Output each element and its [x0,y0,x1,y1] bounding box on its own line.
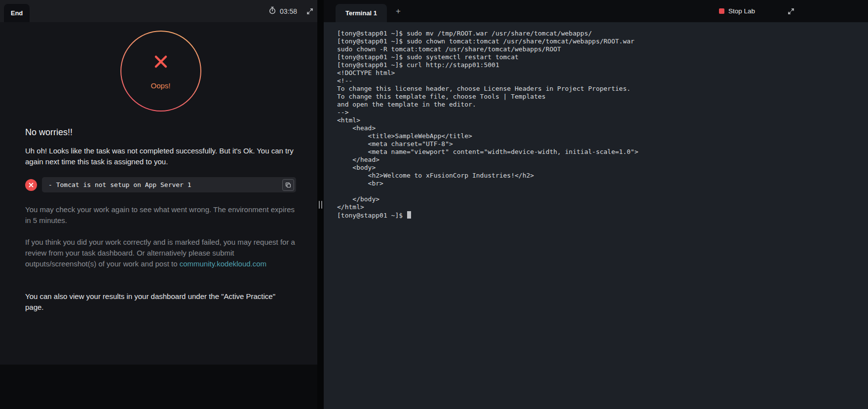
oops-label: Oops! [151,81,170,90]
terminal-text: [tony@stapp01 ~]$ sudo mv /tmp/ROOT.war … [337,30,638,219]
panel-resizer[interactable] [317,0,324,409]
oops-inner: Oops! [121,32,200,111]
tab-terminal-1[interactable]: Terminal 1 [336,4,387,22]
oops-graphic: Oops! [120,31,201,112]
terminal-panel: Terminal 1 + Stop Lab [tony@stapp01 ~]$ … [324,0,868,409]
expand-diagonal-icon [788,8,794,15]
community-link[interactable]: community.kodekloud.com [180,260,266,268]
failure-x-icon [152,53,170,71]
timer-value: 03:58 [280,7,297,15]
result-intro: Uh oh! Looks like the task was not compl… [25,146,296,167]
tab-end[interactable]: End [4,4,30,22]
copy-error-button[interactable] [282,179,294,191]
stopwatch-icon [268,6,276,16]
error-message-box: - Tomcat is not setup on App Server 1 [42,177,296,192]
note-dashboard: You can also view your results in your d… [25,291,292,313]
terminal-cursor [407,211,411,219]
stop-square-icon [719,8,724,14]
note-check-again: You may check your work again to see wha… [25,204,296,226]
expand-diagonal-icon [306,8,313,15]
timer: 03:58 [268,6,297,16]
stop-lab-button[interactable]: Stop Lab [719,7,755,15]
result-content: Oops! No worries!! Uh oh! Looks like the… [0,22,317,365]
terminal-topbar: Terminal 1 + Stop Lab [324,0,868,22]
new-terminal-button[interactable]: + [392,5,405,18]
left-panel-footer [0,365,317,409]
copy-icon [285,182,291,188]
expand-terminal-button[interactable] [786,6,796,17]
expand-left-panel-button[interactable] [304,6,315,17]
stop-lab-label: Stop Lab [728,7,755,15]
lab-workspace: End 03:58 [0,0,868,409]
resize-handle-icon [319,201,322,209]
tab-end-label: End [11,9,23,17]
terminal[interactable]: [tony@stapp01 ~]$ sudo mv /tmp/ROOT.war … [324,22,868,409]
x-icon [29,183,34,187]
error-badge [25,179,37,191]
error-message: - Tomcat is not setup on App Server 1 [48,181,191,188]
left-topbar: End 03:58 [0,0,317,22]
task-result-panel: End 03:58 [0,0,317,409]
result-heading: No worries!! [25,127,296,138]
note-review: If you think you did your work correctly… [25,237,296,269]
error-row: - Tomcat is not setup on App Server 1 [25,177,296,192]
tab-terminal-label: Terminal 1 [345,9,377,17]
